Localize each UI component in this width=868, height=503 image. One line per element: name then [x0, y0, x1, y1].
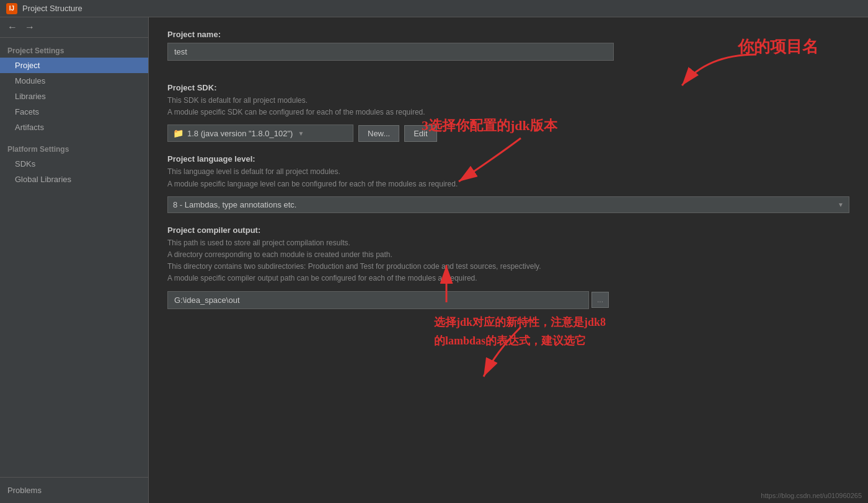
window-title: Project Structure [22, 4, 82, 13]
lang-dropdown-arrow: ▼ [838, 201, 844, 208]
compiler-output-input[interactable] [167, 291, 589, 309]
sidebar-item-project[interactable]: Project [0, 58, 148, 73]
back-button[interactable]: ← [6, 21, 19, 33]
content-area: Project name: Project SDK: This SDK is d… [149, 17, 868, 503]
footer-url: https://blog.csdn.net/u010960265 [761, 492, 862, 499]
sdk-dropdown-arrow: ▼ [298, 130, 304, 137]
sidebar: ← → Project Settings Project Modules Lib… [0, 17, 149, 503]
app-logo: IJ [6, 3, 17, 14]
project-settings-section: Project Settings [0, 43, 148, 58]
compiler-output-section: Project compiler output: This path is us… [167, 225, 849, 309]
sidebar-item-sdks[interactable]: SDKs [0, 156, 148, 172]
browse-button[interactable]: ... [591, 292, 609, 308]
sdk-dropdown[interactable]: 📁 1.8 (java version "1.8.0_102") ▼ [167, 125, 353, 142]
sdk-row: 📁 1.8 (java version "1.8.0_102") ▼ New..… [167, 125, 849, 142]
project-sdk-section: Project SDK: This SDK is default for all… [167, 83, 849, 142]
forward-button[interactable]: → [24, 21, 36, 33]
platform-settings-section: Platform Settings [0, 141, 148, 156]
main-layout: ← → Project Settings Project Modules Lib… [0, 17, 868, 503]
lang-level-label: Project language level: [167, 154, 849, 164]
sidebar-bottom: Problems [0, 477, 148, 503]
output-row: ... [167, 291, 849, 309]
sdk-new-button[interactable]: New... [358, 125, 399, 142]
arrow-compiler [459, 321, 645, 383]
sidebar-item-problems[interactable]: Problems [0, 483, 148, 498]
sidebar-nav: Project Settings Project Modules Librari… [0, 38, 148, 477]
project-name-label: Project name: [167, 30, 849, 39]
sidebar-item-global-libraries[interactable]: Global Libraries [0, 172, 148, 187]
title-bar: IJ Project Structure [0, 0, 868, 17]
lang-level-dropdown[interactable]: 8 - Lambdas, type annotations etc. ▼ [167, 196, 849, 213]
sdk-desc: This SDK is default for all project modu… [167, 95, 849, 118]
compiler-output-label: Project compiler output: [167, 225, 849, 235]
annotation-lambdas: 的lambdas的表达式，建议选它 [434, 333, 586, 348]
project-name-input[interactable] [167, 43, 614, 61]
annotation-new-feature: 选择jdk对应的新特性，注意是jdk8 [434, 315, 606, 330]
project-name-section: Project name: [167, 30, 849, 71]
sidebar-toolbar: ← → [0, 17, 148, 38]
sdk-label: Project SDK: [167, 83, 849, 92]
sdk-folder-icon: 📁 [173, 128, 184, 138]
sidebar-item-modules[interactable]: Modules [0, 73, 148, 89]
sidebar-item-libraries[interactable]: Libraries [0, 89, 148, 104]
language-level-section: Project language level: This language le… [167, 154, 849, 212]
compiler-output-desc: This path is used to store all project c… [167, 237, 849, 285]
lang-level-desc: This language level is default for all p… [167, 166, 849, 190]
sidebar-item-facets[interactable]: Facets [0, 104, 148, 120]
sidebar-item-artifacts[interactable]: Artifacts [0, 120, 148, 135]
sdk-edit-button[interactable]: Edit [404, 125, 436, 142]
